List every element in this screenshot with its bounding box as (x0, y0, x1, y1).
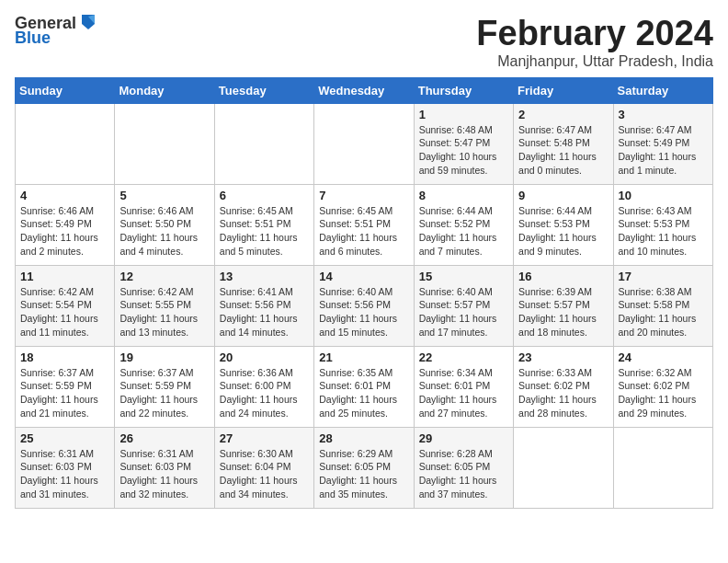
calendar-cell: 20Sunrise: 6:36 AMSunset: 6:00 PMDayligh… (214, 346, 313, 427)
calendar-day-header: Monday (115, 77, 214, 103)
calendar-cell: 7Sunrise: 6:45 AMSunset: 5:51 PMDaylight… (314, 184, 414, 265)
day-number: 14 (319, 270, 408, 283)
cell-info: Sunrise: 6:40 AMSunset: 5:56 PMDaylight:… (319, 285, 408, 339)
calendar-cell: 22Sunrise: 6:34 AMSunset: 6:01 PMDayligh… (414, 346, 513, 427)
cell-info: Sunrise: 6:43 AMSunset: 5:53 PMDaylight:… (619, 204, 708, 259)
cell-info: Sunrise: 6:47 AMSunset: 5:49 PMDaylight:… (619, 123, 708, 178)
day-number: 29 (419, 431, 508, 445)
calendar-cell: 28Sunrise: 6:29 AMSunset: 6:05 PMDayligh… (314, 427, 414, 508)
day-number: 21 (319, 350, 408, 364)
calendar-cell (214, 103, 313, 184)
calendar-cell: 4Sunrise: 6:46 AMSunset: 5:49 PMDaylight… (16, 184, 115, 265)
calendar-cell: 13Sunrise: 6:41 AMSunset: 5:56 PMDayligh… (214, 265, 313, 346)
calendar-cell (613, 427, 712, 508)
day-number: 22 (419, 350, 508, 364)
calendar-cell: 2Sunrise: 6:47 AMSunset: 5:48 PMDaylight… (514, 103, 613, 184)
calendar-day-header: Sunday (16, 77, 115, 103)
cell-info: Sunrise: 6:29 AMSunset: 6:05 PMDaylight:… (319, 447, 408, 501)
location-subtitle: Manjhanpur, Uttar Pradesh, India (476, 53, 713, 70)
calendar-day-header: Saturday (613, 77, 712, 103)
calendar-cell (314, 103, 414, 184)
calendar-day-header: Friday (514, 77, 613, 103)
day-number: 17 (619, 270, 708, 283)
day-number: 15 (419, 270, 508, 283)
day-number: 18 (20, 350, 109, 364)
cell-info: Sunrise: 6:34 AMSunset: 6:01 PMDaylight:… (419, 366, 508, 420)
day-number: 8 (419, 189, 508, 202)
calendar-cell: 26Sunrise: 6:31 AMSunset: 6:03 PMDayligh… (115, 427, 214, 508)
day-number: 24 (619, 350, 708, 364)
day-number: 20 (220, 350, 309, 364)
calendar-cell: 12Sunrise: 6:42 AMSunset: 5:55 PMDayligh… (115, 265, 214, 346)
day-number: 2 (518, 108, 608, 121)
calendar-cell: 6Sunrise: 6:45 AMSunset: 5:51 PMDaylight… (214, 184, 313, 265)
calendar-day-header: Thursday (414, 77, 513, 103)
day-number: 26 (119, 431, 209, 445)
calendar-cell: 10Sunrise: 6:43 AMSunset: 5:53 PMDayligh… (613, 184, 712, 265)
day-number: 16 (518, 270, 608, 283)
calendar-cell: 3Sunrise: 6:47 AMSunset: 5:49 PMDaylight… (613, 103, 712, 184)
calendar-cell: 23Sunrise: 6:33 AMSunset: 6:02 PMDayligh… (514, 346, 613, 427)
cell-info: Sunrise: 6:39 AMSunset: 5:57 PMDaylight:… (518, 285, 608, 339)
month-year-title: February 2024 (476, 15, 713, 53)
cell-info: Sunrise: 6:46 AMSunset: 5:50 PMDaylight:… (119, 204, 209, 259)
calendar-cell: 29Sunrise: 6:28 AMSunset: 6:05 PMDayligh… (414, 427, 513, 508)
title-block: February 2024 Manjhanpur, Uttar Pradesh,… (476, 15, 713, 70)
cell-info: Sunrise: 6:37 AMSunset: 5:59 PMDaylight:… (20, 366, 109, 420)
calendar-cell: 9Sunrise: 6:44 AMSunset: 5:53 PMDaylight… (514, 184, 613, 265)
day-number: 9 (518, 189, 608, 202)
calendar-cell: 14Sunrise: 6:40 AMSunset: 5:56 PMDayligh… (314, 265, 414, 346)
day-number: 19 (119, 350, 209, 364)
cell-info: Sunrise: 6:45 AMSunset: 5:51 PMDaylight:… (319, 204, 408, 259)
day-number: 28 (319, 431, 408, 445)
calendar-day-header: Wednesday (314, 77, 414, 103)
calendar-cell: 24Sunrise: 6:32 AMSunset: 6:02 PMDayligh… (613, 346, 712, 427)
day-number: 6 (220, 189, 309, 202)
cell-info: Sunrise: 6:31 AMSunset: 6:03 PMDaylight:… (20, 447, 109, 501)
calendar-cell: 27Sunrise: 6:30 AMSunset: 6:04 PMDayligh… (214, 427, 313, 508)
day-number: 25 (20, 431, 109, 445)
day-number: 3 (619, 108, 708, 121)
calendar-cell: 18Sunrise: 6:37 AMSunset: 5:59 PMDayligh… (16, 346, 115, 427)
cell-info: Sunrise: 6:30 AMSunset: 6:04 PMDaylight:… (220, 447, 309, 501)
cell-info: Sunrise: 6:48 AMSunset: 5:47 PMDaylight:… (419, 123, 508, 178)
calendar-cell: 5Sunrise: 6:46 AMSunset: 5:50 PMDaylight… (115, 184, 214, 265)
calendar-cell: 21Sunrise: 6:35 AMSunset: 6:01 PMDayligh… (314, 346, 414, 427)
calendar-cell: 15Sunrise: 6:40 AMSunset: 5:57 PMDayligh… (414, 265, 513, 346)
cell-info: Sunrise: 6:41 AMSunset: 5:56 PMDaylight:… (220, 285, 309, 339)
logo-icon (78, 13, 98, 33)
day-number: 1 (419, 108, 508, 121)
cell-info: Sunrise: 6:44 AMSunset: 5:53 PMDaylight:… (518, 204, 608, 259)
calendar-cell (16, 103, 115, 184)
calendar-cell: 16Sunrise: 6:39 AMSunset: 5:57 PMDayligh… (514, 265, 613, 346)
cell-info: Sunrise: 6:31 AMSunset: 6:03 PMDaylight:… (119, 447, 209, 501)
cell-info: Sunrise: 6:42 AMSunset: 5:54 PMDaylight:… (20, 285, 109, 339)
day-number: 11 (20, 270, 109, 283)
cell-info: Sunrise: 6:38 AMSunset: 5:58 PMDaylight:… (619, 285, 708, 339)
calendar-table: SundayMondayTuesdayWednesdayThursdayFrid… (15, 77, 713, 509)
cell-info: Sunrise: 6:40 AMSunset: 5:57 PMDaylight:… (419, 285, 508, 339)
day-number: 13 (220, 270, 309, 283)
cell-info: Sunrise: 6:28 AMSunset: 6:05 PMDaylight:… (419, 447, 508, 501)
cell-info: Sunrise: 6:44 AMSunset: 5:52 PMDaylight:… (419, 204, 508, 259)
calendar-cell: 1Sunrise: 6:48 AMSunset: 5:47 PMDaylight… (414, 103, 513, 184)
calendar-cell: 17Sunrise: 6:38 AMSunset: 5:58 PMDayligh… (613, 265, 712, 346)
calendar-day-header: Tuesday (214, 77, 313, 103)
cell-info: Sunrise: 6:37 AMSunset: 5:59 PMDaylight:… (119, 366, 209, 420)
logo-blue-text: Blue (15, 29, 51, 48)
calendar-cell: 19Sunrise: 6:37 AMSunset: 5:59 PMDayligh… (115, 346, 214, 427)
day-number: 10 (619, 189, 708, 202)
cell-info: Sunrise: 6:36 AMSunset: 6:00 PMDaylight:… (220, 366, 309, 420)
cell-info: Sunrise: 6:32 AMSunset: 6:02 PMDaylight:… (619, 366, 708, 420)
calendar-cell (115, 103, 214, 184)
calendar-cell (514, 427, 613, 508)
cell-info: Sunrise: 6:45 AMSunset: 5:51 PMDaylight:… (220, 204, 309, 259)
day-number: 4 (20, 189, 109, 202)
day-number: 23 (518, 350, 608, 364)
cell-info: Sunrise: 6:42 AMSunset: 5:55 PMDaylight:… (119, 285, 209, 339)
day-number: 27 (220, 431, 309, 445)
cell-info: Sunrise: 6:46 AMSunset: 5:49 PMDaylight:… (20, 204, 109, 259)
cell-info: Sunrise: 6:47 AMSunset: 5:48 PMDaylight:… (518, 123, 608, 178)
logo: General Blue (15, 15, 98, 48)
day-number: 5 (119, 189, 209, 202)
